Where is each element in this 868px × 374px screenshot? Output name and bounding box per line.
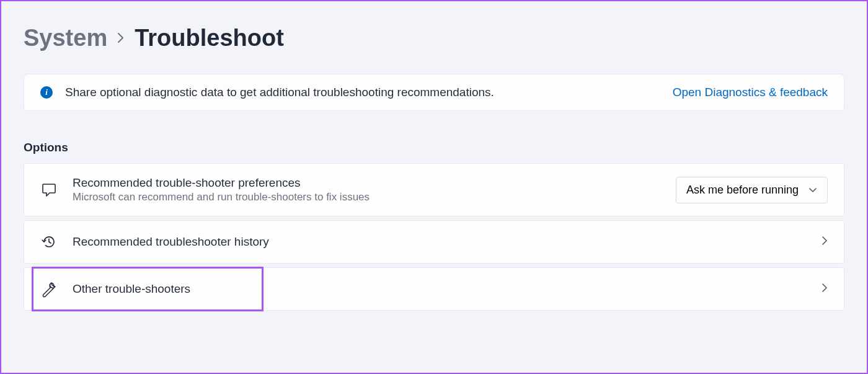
troubleshooter-prefs-dropdown[interactable]: Ask me before running bbox=[676, 177, 828, 203]
options-section-title: Options bbox=[24, 141, 844, 154]
breadcrumb-parent[interactable]: System bbox=[24, 25, 107, 51]
chevron-right-icon bbox=[822, 236, 828, 248]
breadcrumb-current: Troubleshoot bbox=[135, 25, 284, 51]
chevron-right-icon bbox=[822, 283, 828, 295]
recommended-prefs-row[interactable]: Recommended trouble-shooter preferences … bbox=[24, 163, 844, 216]
option-title: Other trouble-shooters bbox=[73, 282, 807, 296]
option-title: Recommended troubleshooter history bbox=[73, 235, 807, 249]
option-text: Recommended trouble-shooter preferences … bbox=[73, 176, 661, 203]
chevron-down-icon bbox=[808, 184, 817, 197]
option-title: Recommended trouble-shooter preferences bbox=[73, 176, 661, 190]
open-diagnostics-link[interactable]: Open Diagnostics & feedback bbox=[673, 86, 828, 99]
chevron-right-icon bbox=[117, 30, 125, 47]
banner-text: Share optional diagnostic data to get ad… bbox=[65, 86, 660, 99]
comment-icon bbox=[40, 181, 58, 198]
option-subtitle: Microsoft can recommend and run trouble-… bbox=[73, 191, 661, 203]
option-text: Other trouble-shooters bbox=[73, 282, 807, 296]
troubleshooter-history-row[interactable]: Recommended troubleshooter history bbox=[24, 220, 844, 264]
wrench-icon bbox=[40, 280, 58, 298]
diagnostics-banner: i Share optional diagnostic data to get … bbox=[24, 74, 844, 111]
breadcrumb: System Troubleshoot bbox=[24, 25, 844, 51]
info-icon: i bbox=[40, 86, 53, 99]
option-text: Recommended troubleshooter history bbox=[73, 235, 807, 249]
dropdown-value: Ask me before running bbox=[686, 184, 799, 197]
history-icon bbox=[40, 233, 58, 251]
other-troubleshooters-row[interactable]: Other trouble-shooters bbox=[24, 267, 844, 311]
